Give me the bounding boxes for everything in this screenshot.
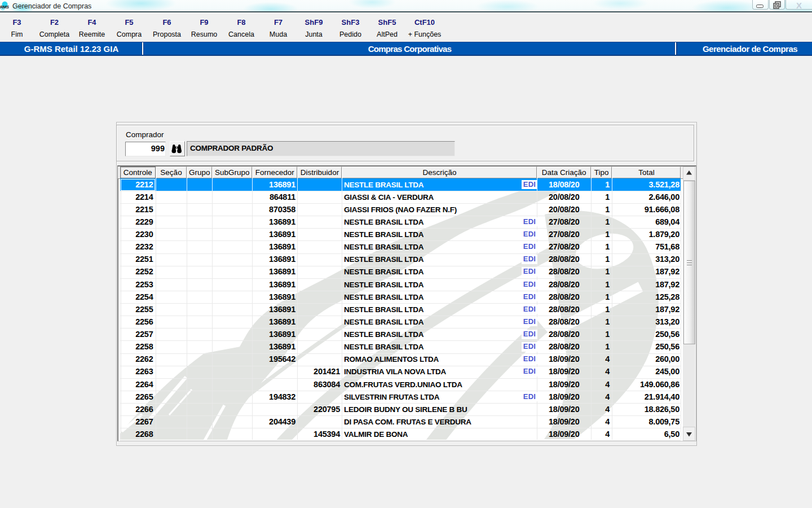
svg-text:RMS: RMS bbox=[0, 5, 9, 10]
